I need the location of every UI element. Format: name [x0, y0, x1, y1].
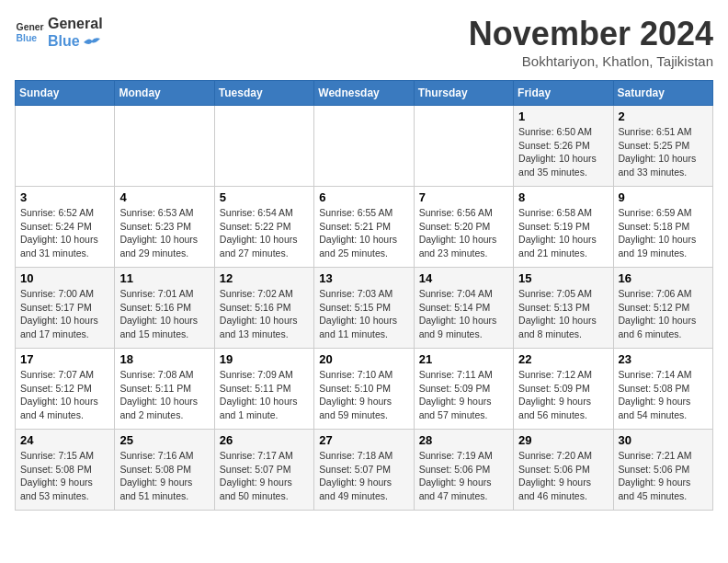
day-number: 25	[119, 433, 209, 447]
day-info: Sunrise: 7:03 AM Sunset: 5:15 PM Dayligh…	[319, 287, 408, 341]
day-number: 8	[518, 190, 608, 204]
day-info: Sunrise: 7:19 AM Sunset: 5:06 PM Dayligh…	[419, 449, 508, 503]
day-info: Sunrise: 7:21 AM Sunset: 5:06 PM Dayligh…	[619, 449, 708, 503]
calendar-cell: 2Sunrise: 6:51 AM Sunset: 5:25 PM Daylig…	[613, 106, 712, 187]
day-number: 9	[619, 190, 708, 204]
calendar-cell: 25Sunrise: 7:16 AM Sunset: 5:08 PM Dayli…	[115, 430, 214, 511]
day-number: 18	[119, 352, 209, 366]
day-number: 15	[518, 271, 608, 285]
calendar-cell: 11Sunrise: 7:01 AM Sunset: 5:16 PM Dayli…	[115, 268, 214, 349]
calendar-cell: 28Sunrise: 7:19 AM Sunset: 5:06 PM Dayli…	[414, 430, 513, 511]
column-header-thursday: Thursday	[414, 81, 513, 106]
calendar-cell: 7Sunrise: 6:56 AM Sunset: 5:20 PM Daylig…	[414, 187, 513, 268]
calendar-cell: 5Sunrise: 6:54 AM Sunset: 5:22 PM Daylig…	[214, 187, 313, 268]
day-info: Sunrise: 6:56 AM Sunset: 5:20 PM Dayligh…	[419, 206, 508, 260]
calendar-cell: 14Sunrise: 7:04 AM Sunset: 5:14 PM Dayli…	[414, 268, 513, 349]
day-info: Sunrise: 7:08 AM Sunset: 5:11 PM Dayligh…	[119, 368, 209, 422]
calendar-cell: 17Sunrise: 7:07 AM Sunset: 5:12 PM Dayli…	[16, 349, 115, 430]
column-header-monday: Monday	[115, 81, 214, 106]
day-number: 24	[20, 433, 109, 447]
day-number: 22	[518, 352, 608, 366]
svg-text:Blue: Blue	[17, 33, 38, 43]
day-number: 7	[419, 190, 508, 204]
day-number: 30	[619, 433, 708, 447]
day-number: 27	[319, 433, 408, 447]
calendar-cell	[16, 106, 115, 187]
svg-text:General: General	[17, 23, 44, 33]
day-number: 3	[20, 190, 109, 204]
calendar-cell: 20Sunrise: 7:10 AM Sunset: 5:10 PM Dayli…	[314, 349, 414, 430]
column-header-wednesday: Wednesday	[314, 81, 414, 106]
day-info: Sunrise: 7:16 AM Sunset: 5:08 PM Dayligh…	[119, 449, 209, 503]
day-number: 4	[119, 190, 209, 204]
calendar-cell: 4Sunrise: 6:53 AM Sunset: 5:23 PM Daylig…	[115, 187, 214, 268]
day-info: Sunrise: 7:04 AM Sunset: 5:14 PM Dayligh…	[419, 287, 508, 341]
location: Bokhtariyon, Khatlon, Tajikistan	[469, 53, 713, 69]
calendar-cell: 12Sunrise: 7:02 AM Sunset: 5:16 PM Dayli…	[214, 268, 313, 349]
day-info: Sunrise: 7:09 AM Sunset: 5:11 PM Dayligh…	[220, 368, 309, 422]
title-block: November 2024 Bokhtariyon, Khatlon, Taji…	[469, 15, 713, 69]
day-info: Sunrise: 6:51 AM Sunset: 5:25 PM Dayligh…	[619, 125, 708, 179]
day-info: Sunrise: 6:52 AM Sunset: 5:24 PM Dayligh…	[20, 206, 109, 260]
day-info: Sunrise: 7:14 AM Sunset: 5:08 PM Dayligh…	[619, 368, 708, 422]
calendar-table: SundayMondayTuesdayWednesdayThursdayFrid…	[15, 80, 713, 511]
calendar-cell: 15Sunrise: 7:05 AM Sunset: 5:13 PM Dayli…	[514, 268, 613, 349]
calendar-week-3: 10Sunrise: 7:00 AM Sunset: 5:17 PM Dayli…	[16, 268, 713, 349]
day-number: 6	[319, 190, 408, 204]
column-header-saturday: Saturday	[613, 81, 712, 106]
day-info: Sunrise: 7:06 AM Sunset: 5:12 PM Dayligh…	[619, 287, 708, 341]
calendar-cell: 3Sunrise: 6:52 AM Sunset: 5:24 PM Daylig…	[16, 187, 115, 268]
calendar-cell	[115, 106, 214, 187]
day-number: 10	[20, 271, 109, 285]
calendar-week-5: 24Sunrise: 7:15 AM Sunset: 5:08 PM Dayli…	[16, 430, 713, 511]
logo-text-general: General	[48, 15, 103, 32]
day-number: 1	[518, 109, 608, 123]
day-info: Sunrise: 7:05 AM Sunset: 5:13 PM Dayligh…	[518, 287, 608, 341]
day-info: Sunrise: 6:55 AM Sunset: 5:21 PM Dayligh…	[319, 206, 408, 260]
logo-text-blue: Blue	[48, 32, 103, 50]
calendar-cell: 1Sunrise: 6:50 AM Sunset: 5:26 PM Daylig…	[514, 106, 613, 187]
calendar-cell: 22Sunrise: 7:12 AM Sunset: 5:09 PM Dayli…	[514, 349, 613, 430]
calendar-cell: 6Sunrise: 6:55 AM Sunset: 5:21 PM Daylig…	[314, 187, 414, 268]
day-number: 2	[619, 109, 708, 123]
calendar-cell: 19Sunrise: 7:09 AM Sunset: 5:11 PM Dayli…	[214, 349, 313, 430]
calendar-cell	[314, 106, 414, 187]
calendar-header-row: SundayMondayTuesdayWednesdayThursdayFrid…	[16, 81, 713, 106]
column-header-tuesday: Tuesday	[214, 81, 313, 106]
day-info: Sunrise: 7:02 AM Sunset: 5:16 PM Dayligh…	[220, 287, 309, 341]
logo: General Blue General Blue	[15, 15, 103, 50]
calendar-cell: 30Sunrise: 7:21 AM Sunset: 5:06 PM Dayli…	[613, 430, 712, 511]
calendar-cell: 21Sunrise: 7:11 AM Sunset: 5:09 PM Dayli…	[414, 349, 513, 430]
day-number: 11	[119, 271, 209, 285]
calendar-week-1: 1Sunrise: 6:50 AM Sunset: 5:26 PM Daylig…	[16, 106, 713, 187]
column-header-friday: Friday	[514, 81, 613, 106]
calendar-cell	[214, 106, 313, 187]
calendar-cell: 29Sunrise: 7:20 AM Sunset: 5:06 PM Dayli…	[514, 430, 613, 511]
day-number: 12	[220, 271, 309, 285]
calendar-cell: 10Sunrise: 7:00 AM Sunset: 5:17 PM Dayli…	[16, 268, 115, 349]
day-number: 5	[220, 190, 309, 204]
day-info: Sunrise: 7:07 AM Sunset: 5:12 PM Dayligh…	[20, 368, 109, 422]
day-number: 14	[419, 271, 508, 285]
day-info: Sunrise: 6:50 AM Sunset: 5:26 PM Dayligh…	[518, 125, 608, 179]
day-info: Sunrise: 7:10 AM Sunset: 5:10 PM Dayligh…	[319, 368, 408, 422]
day-number: 19	[220, 352, 309, 366]
column-header-sunday: Sunday	[16, 81, 115, 106]
day-info: Sunrise: 7:00 AM Sunset: 5:17 PM Dayligh…	[20, 287, 109, 341]
day-number: 20	[319, 352, 408, 366]
day-info: Sunrise: 7:12 AM Sunset: 5:09 PM Dayligh…	[518, 368, 608, 422]
calendar-week-2: 3Sunrise: 6:52 AM Sunset: 5:24 PM Daylig…	[16, 187, 713, 268]
day-info: Sunrise: 7:15 AM Sunset: 5:08 PM Dayligh…	[20, 449, 109, 503]
day-number: 13	[319, 271, 408, 285]
calendar-cell: 8Sunrise: 6:58 AM Sunset: 5:19 PM Daylig…	[514, 187, 613, 268]
day-info: Sunrise: 6:53 AM Sunset: 5:23 PM Dayligh…	[119, 206, 209, 260]
day-info: Sunrise: 7:11 AM Sunset: 5:09 PM Dayligh…	[419, 368, 508, 422]
calendar-cell: 26Sunrise: 7:17 AM Sunset: 5:07 PM Dayli…	[214, 430, 313, 511]
day-number: 26	[220, 433, 309, 447]
day-number: 17	[20, 352, 109, 366]
day-info: Sunrise: 6:58 AM Sunset: 5:19 PM Dayligh…	[518, 206, 608, 260]
day-info: Sunrise: 7:17 AM Sunset: 5:07 PM Dayligh…	[220, 449, 309, 503]
page-header: General Blue General Blue November 2024 …	[15, 15, 713, 69]
calendar-cell: 13Sunrise: 7:03 AM Sunset: 5:15 PM Dayli…	[314, 268, 414, 349]
day-number: 28	[419, 433, 508, 447]
